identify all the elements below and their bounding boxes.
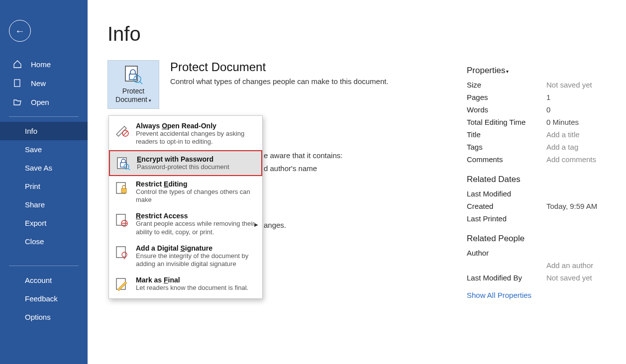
sidebar-item-label: Print [25, 182, 40, 190]
property-row: CommentsAdd comments [467, 155, 611, 164]
partially-hidden-text: e aware that it contains: d author's nam… [264, 149, 342, 175]
sidebar-item-label: Info [25, 127, 37, 135]
sidebar-item-label: Share [25, 200, 45, 209]
back-arrow-icon: ← [15, 25, 25, 37]
prop-value [546, 189, 611, 198]
sidebar-item-account[interactable]: Account [0, 271, 88, 289]
prop-value: 0 [546, 105, 611, 114]
properties-heading[interactable]: Properties▾ [467, 66, 611, 76]
people-row: Last Modified ByNot saved yet [467, 273, 611, 282]
menu-item-desc: Let readers know the document is final. [136, 284, 256, 292]
sidebar-item-export[interactable]: Export [0, 214, 88, 232]
prop-label: Author [467, 249, 489, 257]
prop-value[interactable]: Add a title [546, 130, 611, 139]
menu-item-restrictaccess[interactable]: Restrict AccessGrant people access while… [109, 208, 262, 240]
svg-line-11 [123, 131, 127, 135]
final-icon [114, 276, 130, 292]
sidebar-item-label: Account [25, 276, 52, 284]
protect-document-button[interactable]: Protect Document▾ [107, 60, 159, 109]
open-folder-icon [13, 97, 22, 106]
menu-item-title: Restrict Access [136, 212, 256, 220]
sidebar-item-options[interactable]: Options [0, 308, 88, 326]
protect-section-title: Protect Document [170, 60, 389, 74]
svg-rect-7 [129, 74, 136, 80]
new-doc-icon [13, 79, 22, 88]
sidebar-item-save[interactable]: Save [0, 140, 88, 159]
protect-section-desc: Control what types of changes people can… [170, 77, 389, 86]
prop-label: Pages [467, 93, 488, 101]
back-button[interactable]: ← [9, 20, 31, 42]
properties-panel: Properties▾ SizeNot saved yetPages1Words… [467, 66, 611, 299]
related-dates-heading: Related Dates [467, 175, 611, 184]
property-row: Pages1 [467, 93, 611, 101]
prop-label: Total Editing Time [467, 118, 525, 126]
related-people-heading: Related People [467, 234, 611, 244]
svg-rect-17 [121, 188, 126, 193]
svg-rect-5 [14, 80, 20, 87]
menu-item-desc: Prevent accidental changes by asking rea… [136, 130, 256, 146]
sidebar-separator [9, 116, 79, 117]
menu-item-final[interactable]: Mark as FinalLet readers know the docume… [109, 272, 262, 296]
sidebar-separator [9, 266, 79, 266]
sidebar-item-new[interactable]: New [0, 74, 88, 92]
prop-label: Last Printed [467, 214, 507, 223]
protect-button-label: Protect Document▾ [108, 87, 159, 104]
date-row: Last Modified [467, 189, 611, 198]
restrictaccess-icon [114, 212, 130, 228]
prop-value[interactable]: Add an author [546, 261, 611, 270]
property-row: Words0 [467, 105, 611, 114]
menu-item-desc: Grant people access while removing their… [136, 220, 256, 236]
prop-value[interactable]: Not saved yet [546, 81, 611, 89]
property-row: Total Editing Time0 Minutes [467, 118, 611, 126]
sidebar-item-label: Home [31, 60, 51, 69]
sidebar-item-label: Feedback [25, 294, 58, 303]
prop-value: 1 [546, 93, 611, 101]
encrypt-icon [115, 155, 131, 171]
prop-label: Created [467, 202, 493, 210]
sidebar-item-save-as[interactable]: Save As [0, 159, 88, 177]
prop-label: Comments [467, 155, 503, 164]
menu-item-restrictedit[interactable]: Restrict EditingControl the types of cha… [109, 176, 262, 208]
svg-line-9 [140, 82, 142, 84]
sidebar-item-share[interactable]: Share [0, 195, 88, 214]
prop-label: Tags [467, 143, 483, 151]
sidebar-item-label: New [31, 79, 46, 88]
prop-value [546, 249, 611, 257]
sidebar-item-close[interactable]: Close [0, 232, 88, 251]
people-row: Author [467, 249, 611, 257]
menu-item-title: Encrypt with Password [137, 155, 255, 163]
readonly-icon [114, 122, 130, 138]
sidebar-item-open[interactable]: Open [0, 92, 88, 111]
menu-item-signature[interactable]: Add a Digital SignatureEnsure the integr… [109, 240, 262, 273]
date-row: CreatedToday, 9:59 AM [467, 202, 611, 210]
property-row: SizeNot saved yet [467, 81, 611, 89]
protect-document-menu: Always Open Read-OnlyPrevent accidental … [108, 115, 263, 299]
sidebar-item-feedback[interactable]: Feedback [0, 289, 88, 308]
sidebar-item-label: Save As [25, 164, 52, 172]
sidebar-item-label: Export [25, 219, 46, 227]
menu-item-title: Restrict Editing [136, 180, 256, 188]
prop-value [546, 214, 611, 223]
prop-label: Title [467, 130, 481, 139]
sidebar-item-home[interactable]: Home [0, 55, 88, 74]
sidebar-item-label: Open [31, 98, 49, 106]
show-all-properties-link[interactable]: Show All Properties [467, 291, 611, 299]
prop-value[interactable]: Add a tag [546, 143, 611, 151]
sidebar-item-label: Save [25, 145, 42, 154]
people-row: Add an author [467, 261, 611, 270]
restrictedit-icon [114, 180, 130, 196]
submenu-arrow-icon: ▶ [254, 221, 258, 227]
sidebar-item-info[interactable]: Info [0, 122, 88, 140]
prop-label: Last Modified [467, 189, 511, 198]
sidebar-item-print[interactable]: Print [0, 177, 88, 195]
prop-label: Last Modified By [467, 273, 522, 282]
svg-line-15 [128, 169, 130, 170]
menu-item-readonly[interactable]: Always Open Read-OnlyPrevent accidental … [109, 118, 262, 150]
prop-value: 0 Minutes [546, 118, 611, 126]
signature-icon [114, 244, 130, 260]
menu-item-encrypt[interactable]: Encrypt with PasswordPassword-protect th… [109, 150, 262, 176]
prop-value[interactable]: Add comments [546, 155, 611, 164]
property-row: TagsAdd a tag [467, 143, 611, 151]
partially-hidden-text-2: anges. [264, 221, 286, 229]
prop-value[interactable]: Not saved yet [546, 273, 611, 282]
